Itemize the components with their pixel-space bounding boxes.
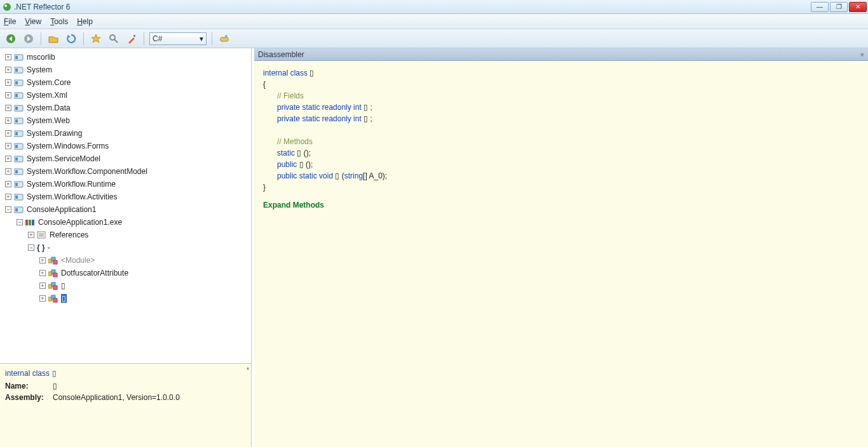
tree-node[interactable]: +System.Web: [1, 114, 250, 127]
forward-button[interactable]: [22, 32, 36, 46]
expander-icon[interactable]: +: [5, 79, 11, 86]
expander-icon[interactable]: +: [5, 130, 11, 137]
class-obf-icon: [48, 281, 58, 290]
details-assembly-value: ConsoleApplication1, Version=1.0.0.0: [53, 393, 180, 402]
expander-icon[interactable]: +: [28, 232, 34, 238]
expander-icon[interactable]: +: [5, 67, 11, 73]
expand-methods-link[interactable]: Expand Methods: [263, 199, 859, 211]
svg-rect-30: [15, 183, 18, 186]
expander-icon[interactable]: +: [39, 257, 46, 264]
svg-point-4: [110, 35, 115, 40]
tree-node[interactable]: −{ }-: [1, 241, 250, 254]
tree-node-label: System.Xml: [27, 91, 67, 100]
svg-point-0: [3, 3, 11, 11]
svg-point-1: [4, 4, 7, 7]
expander-icon[interactable]: −: [5, 206, 11, 213]
asm-icon: [14, 53, 24, 62]
app-icon: [3, 3, 11, 11]
expander-icon[interactable]: +: [5, 156, 11, 162]
tree-node[interactable]: +DotfuscatorAttribute: [1, 267, 250, 279]
expander-icon[interactable]: +: [39, 295, 46, 302]
svg-rect-10: [15, 56, 18, 59]
expander-icon[interactable]: +: [5, 181, 11, 187]
expander-icon[interactable]: −: [28, 244, 34, 251]
tree-node[interactable]: +System.Windows.Forms: [1, 140, 250, 152]
details-name-label: Name:: [5, 382, 46, 390]
svg-rect-18: [15, 107, 18, 110]
asm-icon: [14, 167, 24, 176]
tree-node-label: System.Data: [27, 103, 71, 112]
tree-node-label: System.Windows.Forms: [27, 142, 109, 150]
tree-node[interactable]: +System.Data: [1, 102, 250, 114]
expander-icon[interactable]: +: [5, 143, 11, 149]
toolbar-separator: [83, 32, 84, 45]
asm-icon: [14, 205, 24, 214]
search-button[interactable]: [107, 32, 121, 46]
menu-view[interactable]: View: [25, 17, 41, 26]
svg-rect-12: [15, 69, 18, 72]
expander-icon[interactable]: +: [5, 117, 11, 124]
asm-icon: [14, 78, 24, 87]
language-select[interactable]: C# ▾: [149, 32, 207, 45]
options-button[interactable]: [125, 32, 139, 46]
menu-help[interactable]: Help: [77, 17, 93, 26]
tree-node[interactable]: +System.Xml: [1, 89, 250, 102]
maximize-button[interactable]: ❐: [830, 2, 848, 12]
tree-node[interactable]: +System.Workflow.Activities: [1, 190, 250, 203]
svg-rect-35: [25, 220, 28, 225]
svg-rect-47: [53, 273, 57, 277]
menubar: File View Tools Help: [0, 14, 868, 29]
svg-rect-44: [53, 260, 57, 264]
tree-node[interactable]: +System.Drawing: [1, 127, 250, 140]
tree-node-label: System.Workflow.ComponentModel: [27, 167, 147, 176]
chevron-down-icon: ▾: [200, 34, 203, 43]
tree-node-label: System.Workflow.Activities: [27, 192, 117, 201]
close-button[interactable]: ✕: [849, 2, 867, 12]
tree-node[interactable]: +References: [1, 229, 250, 241]
expander-icon[interactable]: +: [5, 54, 11, 60]
expander-icon[interactable]: +: [5, 168, 11, 175]
tree-node[interactable]: +System.ServiceModel: [1, 152, 250, 165]
tree-node[interactable]: −ConsoleApplication1: [1, 203, 250, 216]
asm-icon: [14, 65, 24, 74]
tree-node[interactable]: −ConsoleApplication1.exe: [1, 216, 250, 229]
pane-close-button[interactable]: ×: [860, 51, 864, 58]
open-button[interactable]: [46, 32, 60, 46]
tree-node[interactable]: +▯: [1, 292, 250, 305]
tree-node[interactable]: +mscorlib: [1, 51, 250, 63]
expander-icon[interactable]: +: [39, 283, 46, 289]
tree-node-label: ConsoleApplication1: [27, 205, 96, 214]
disassembler-title: Disassembler: [258, 50, 304, 59]
tree-node[interactable]: +▯: [1, 279, 250, 292]
menu-tools[interactable]: Tools: [50, 17, 68, 26]
expander-icon[interactable]: +: [39, 270, 46, 276]
svg-rect-16: [15, 94, 18, 97]
refresh-button[interactable]: [64, 32, 78, 46]
bookmark-button[interactable]: [89, 32, 103, 46]
tree-node[interactable]: +System.Core: [1, 76, 250, 89]
asm-icon: [14, 103, 24, 112]
menu-file[interactable]: File: [4, 17, 16, 26]
svg-rect-20: [15, 119, 18, 123]
details-heading: internal class ▯: [5, 368, 246, 378]
tree-node[interactable]: +System.Workflow.Runtime: [1, 178, 250, 190]
scroll-up-icon[interactable]: ▴: [245, 364, 251, 371]
expander-icon[interactable]: +: [5, 92, 11, 98]
asm-icon: [14, 129, 24, 138]
tree-node[interactable]: +System: [1, 63, 250, 76]
tree-node[interactable]: +System.Workflow.ComponentModel: [1, 165, 250, 178]
expander-icon[interactable]: −: [17, 219, 23, 225]
svg-rect-34: [15, 208, 18, 211]
back-button[interactable]: [4, 32, 18, 46]
minimize-button[interactable]: —: [811, 2, 829, 12]
tree-node-label: System.Web: [27, 116, 70, 125]
expander-icon[interactable]: +: [5, 194, 11, 200]
tree-node[interactable]: +<Module>: [1, 254, 250, 267]
expander-icon[interactable]: +: [5, 105, 11, 111]
ref-icon: [37, 230, 47, 239]
toolbar-separator: [144, 32, 144, 45]
window-buttons: — ❐ ✕: [811, 2, 868, 12]
assembly-tree[interactable]: +mscorlib+System+System.Core+System.Xml+…: [0, 48, 251, 363]
decompile-button[interactable]: [217, 32, 231, 46]
svg-rect-26: [15, 157, 18, 161]
